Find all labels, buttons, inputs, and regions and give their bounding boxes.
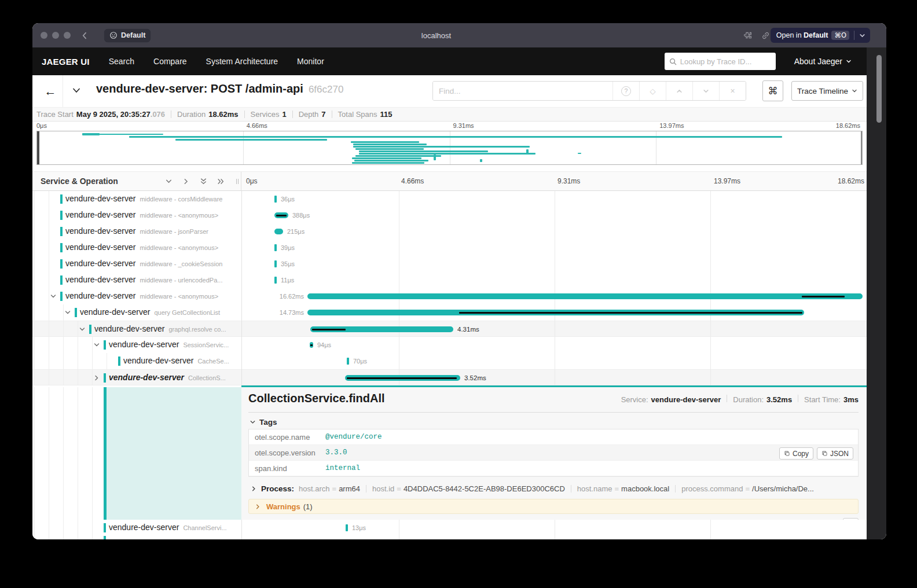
tag-row[interactable]: otel.scope.version3.3.0 (249, 445, 858, 461)
span-row[interactable]: vendure-dev-servermiddleware - urlencode… (32, 272, 867, 288)
scrollbar-track[interactable] (867, 47, 886, 539)
span-row[interactable]: vendure-dev-servermiddleware - corsMiddl… (32, 191, 867, 207)
json-button[interactable]: JSON (817, 447, 853, 460)
back-arrow-button[interactable]: ← (41, 82, 60, 101)
nav-item-system-architecture[interactable]: System Architecture (206, 57, 278, 66)
trace-start-stat: Trace Start May 9 2025, 20:35:27.076 (36, 110, 165, 119)
minimize-window-button[interactable] (52, 32, 59, 39)
find-input[interactable] (433, 82, 612, 100)
span-row-selected[interactable]: vendure-dev-serverCollectionS...3.52ms (32, 369, 867, 385)
warnings-section-toggle[interactable]: Warnings (1) (248, 499, 859, 514)
tag-value: @vendure/core (325, 433, 382, 441)
about-jaeger-menu[interactable]: About Jaeger (794, 57, 852, 66)
collapse-trace-chevron-icon[interactable] (71, 84, 82, 96)
span-bar[interactable] (274, 277, 277, 284)
span-row[interactable]: vendure-dev-servermiddleware - <anonymou… (32, 288, 867, 304)
find-scope-button[interactable]: ◇ (639, 82, 666, 100)
span-bar[interactable] (347, 358, 349, 365)
span-bar[interactable] (307, 310, 804, 315)
span-color-bar (60, 227, 63, 236)
span-bar[interactable] (346, 524, 348, 531)
process-kv: host.arch=arm64 (299, 484, 360, 493)
span-duration-label: 94μs (317, 341, 331, 348)
tree-guide (78, 321, 78, 336)
minimap-right-handle[interactable] (861, 131, 862, 164)
span-operation-name: CacheSe... (197, 358, 229, 365)
view-mode-select[interactable]: Trace Timeline (791, 81, 863, 101)
span-bar[interactable] (307, 293, 863, 299)
find-clear-button[interactable]: × (719, 82, 746, 100)
span-color-bar (118, 357, 120, 366)
browser-back-icon[interactable] (81, 32, 89, 39)
span-row[interactable]: vendure-dev-serverCacheSe...70μs (32, 353, 867, 369)
span-row[interactable]: vendure-dev-servermiddleware - <anonymou… (32, 207, 867, 223)
chevron-down-icon[interactable] (64, 309, 71, 316)
span-bar[interactable] (274, 260, 277, 267)
find-prev-button[interactable] (666, 82, 692, 100)
keyboard-shortcuts-button[interactable]: ⌘ (762, 80, 783, 101)
copy-link-icon[interactable] (761, 31, 771, 41)
chevron-down-icon[interactable] (858, 32, 870, 39)
span-bar[interactable] (310, 326, 453, 332)
span-duration-label: 388μs (292, 212, 310, 219)
span-row[interactable]: vendure-dev-serverquery GetCollectionLis… (32, 304, 867, 321)
collapse-one-icon[interactable] (165, 178, 173, 185)
chevron-down-icon[interactable] (79, 326, 86, 333)
close-window-button[interactable] (41, 32, 47, 39)
span-service-name: vendure-dev-serverCacheSe... (123, 356, 229, 365)
span-operation-name: ChannelServi... (183, 524, 226, 531)
open-in-default-button[interactable]: Open in Default ⌘O (771, 28, 870, 43)
find-next-button[interactable] (692, 82, 719, 100)
minimap-left-handle[interactable] (37, 131, 39, 164)
column-resize-handle[interactable] (236, 179, 239, 184)
chevron-down-icon[interactable] (50, 293, 57, 300)
span-duration-label: 3.52ms (464, 374, 486, 381)
span-bar[interactable] (310, 342, 313, 348)
process-label: Process: (261, 484, 294, 493)
extensions-puzzle-icon[interactable] (743, 31, 753, 41)
span-bar[interactable] (274, 196, 277, 203)
browser-tab[interactable]: Default (104, 28, 151, 43)
span-bar[interactable] (274, 212, 288, 218)
timeline-header: Service & Operation 0μs4.66ms9.31ms13.97… (32, 171, 867, 191)
minimap-span (354, 160, 428, 161)
tree-guide (49, 321, 49, 336)
nav-item-compare[interactable]: Compare (153, 57, 187, 66)
expand-all-icon[interactable] (217, 178, 225, 185)
tree-guide (107, 353, 107, 369)
span-row[interactable]: vendure-dev-servermiddleware - <anonymou… (32, 240, 867, 256)
span-bar[interactable] (274, 244, 277, 251)
chevron-down-icon[interactable] (93, 341, 100, 348)
jaeger-logo[interactable]: JAEGER UI (42, 57, 90, 67)
span-row[interactable]: vendure-dev-serverSessionServic...94μs (32, 337, 867, 353)
trace-minimap[interactable] (36, 131, 863, 165)
trace-id-search-input[interactable]: Lookup by Trace ID... (665, 53, 776, 70)
span-row[interactable]: vendure-dev-servergraphql.resolve co...4… (32, 321, 867, 337)
ruler-tick: 18.62ms (836, 122, 860, 129)
scrollbar-thumb[interactable] (876, 55, 882, 123)
span-color-bar (104, 536, 106, 539)
collapse-all-icon[interactable] (200, 178, 207, 185)
span-operation-name: SessionServic... (183, 341, 229, 348)
timeline-tick: 13.97ms (714, 177, 740, 185)
address-bar-url[interactable]: localhost (32, 31, 840, 40)
nav-item-search[interactable]: Search (109, 57, 134, 66)
zoom-window-button[interactable] (64, 32, 71, 39)
copy-button[interactable]: Copy (779, 447, 813, 460)
span-row[interactable]: vendure-dev-servermiddleware - jsonParse… (32, 223, 867, 240)
span-bar[interactable] (345, 375, 460, 381)
expand-one-icon[interactable] (182, 178, 190, 185)
span-row[interactable]: vendure-dev-serverChannelServi...13μs (32, 520, 867, 536)
span-service-name: vendure-dev-servermiddleware - _cookieSe… (65, 259, 222, 268)
find-help-button[interactable]: ? (612, 82, 639, 100)
chevron-right-icon[interactable] (93, 374, 100, 381)
tags-section-toggle[interactable]: Tags (250, 417, 859, 427)
tree-guide (34, 272, 35, 288)
span-bar[interactable] (274, 229, 283, 234)
tag-row[interactable]: span.kindinternal (249, 461, 858, 476)
span-row[interactable]: vendure-dev-servermiddleware - _cookieSe… (32, 256, 867, 272)
process-section-toggle[interactable]: Process: host.arch=arm64host.id=4D4DDAC5… (251, 483, 859, 494)
span-child-stripe (310, 344, 313, 346)
nav-item-monitor[interactable]: Monitor (297, 57, 324, 66)
tag-row[interactable]: otel.scope.name@vendure/core (249, 429, 858, 445)
